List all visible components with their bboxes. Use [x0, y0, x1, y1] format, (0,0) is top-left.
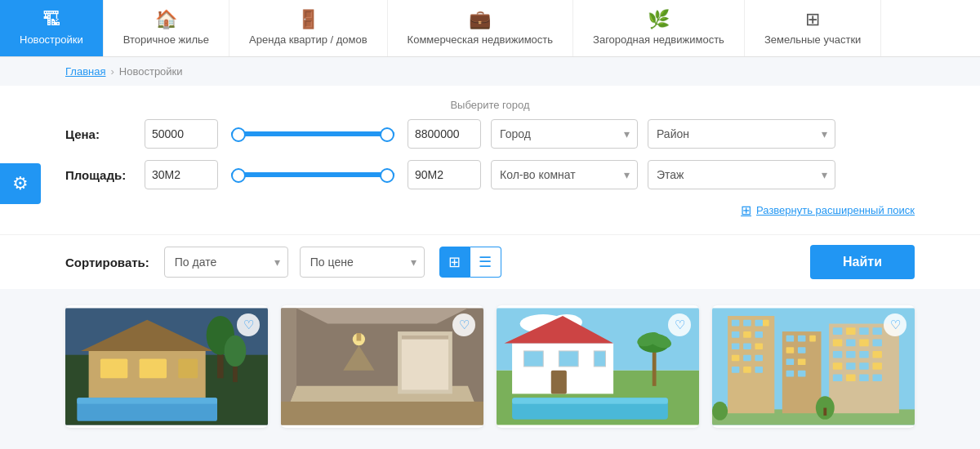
svg-rect-55	[755, 355, 763, 362]
list-icon: ☰	[479, 253, 492, 271]
svg-point-92	[712, 402, 728, 420]
sort-date-select[interactable]: По дате По дате (убыв.)	[164, 247, 288, 278]
area-max-input[interactable]	[408, 160, 481, 189]
area-range-slider[interactable]	[231, 172, 394, 177]
svg-rect-58	[755, 367, 763, 373]
floor-select[interactable]: Этаж 12345+	[648, 160, 835, 189]
city-select[interactable]: Город	[491, 119, 638, 149]
svg-rect-47	[732, 331, 740, 338]
svg-rect-52	[755, 343, 763, 349]
area-min-input[interactable]	[145, 160, 218, 189]
expand-label: Развернуть расширенный поиск	[756, 204, 915, 216]
grid-view-btn[interactable]: ⊞	[439, 247, 470, 278]
price-max-input[interactable]	[408, 119, 481, 149]
property-card-3[interactable]: ♡	[497, 305, 699, 428]
sort-label: Сортировать:	[65, 256, 149, 269]
rooms-select-wrapper: Кол-во комнат 1234+ ▾	[491, 160, 638, 189]
svg-rect-79	[846, 351, 855, 358]
filter-area: Выберите город Цена: Город ▾ Район ▾ Пло…	[0, 86, 980, 234]
svg-rect-84	[859, 362, 868, 370]
sort-price-select[interactable]: По цене По цене (убыв.)	[300, 247, 425, 278]
svg-rect-46	[763, 320, 769, 327]
nav-new-buildings[interactable]: 🏗 Новостройки	[0, 0, 104, 56]
sort-bar: Сортировать: По дате По дате (убыв.) ▾ П…	[0, 234, 980, 289]
nav-land-label: Земельные участки	[764, 33, 861, 46]
nav-commercial[interactable]: 💼 Коммерческая недвижимость	[388, 0, 573, 56]
svg-rect-23	[281, 402, 483, 425]
city-select-label: Выберите город	[65, 99, 915, 111]
breadcrumb-home[interactable]: Главная	[65, 65, 105, 78]
svg-rect-50	[732, 343, 740, 349]
svg-rect-86	[833, 375, 842, 382]
svg-rect-77	[872, 340, 881, 347]
svg-rect-76	[859, 340, 868, 347]
nav-country[interactable]: 🌿 Загородная недвижимость	[573, 0, 745, 56]
svg-rect-42	[728, 316, 774, 413]
svg-rect-85	[872, 362, 881, 370]
svg-rect-36	[653, 347, 657, 386]
svg-rect-44	[743, 320, 751, 327]
svg-rect-71	[846, 327, 855, 335]
city-select-wrapper: Город ▾	[491, 119, 638, 149]
price-min-input[interactable]	[145, 119, 218, 149]
svg-rect-88	[859, 375, 868, 382]
svg-rect-21	[357, 333, 362, 341]
favorite-btn-4[interactable]: ♡	[884, 313, 906, 336]
nav-new-buildings-label: Новостройки	[20, 33, 83, 46]
svg-rect-66	[798, 358, 806, 365]
properties-section: ♡	[0, 289, 980, 444]
svg-rect-67	[786, 371, 795, 377]
breadcrumb-sep: ›	[110, 65, 114, 78]
list-view-btn[interactable]: ☰	[470, 247, 501, 278]
property-card-1[interactable]: ♡	[65, 305, 268, 428]
nav-secondary[interactable]: 🏠 Вторичное жилье	[104, 0, 229, 56]
svg-rect-82	[833, 362, 842, 370]
svg-rect-68	[798, 371, 806, 377]
grid-icon: ⊞	[448, 253, 461, 271]
breadcrumb: Главная › Новостройки	[0, 57, 980, 86]
price-range-slider[interactable]	[231, 131, 394, 136]
svg-rect-31	[559, 351, 578, 367]
district-select[interactable]: Район	[648, 119, 835, 149]
main-nav: 🏗 Новостройки 🏠 Вторичное жилье 🚪 Аренда…	[0, 0, 980, 57]
nav-rental-label: Аренда квартир / домов	[249, 33, 368, 46]
nav-country-label: Загородная недвижимость	[593, 33, 724, 46]
svg-rect-19	[402, 336, 448, 340]
settings-sidebar-btn[interactable]: ⚙	[0, 163, 41, 204]
expand-search-link[interactable]: ⊞ Развернуть расширенный поиск	[65, 201, 915, 226]
sort-price-wrapper: По цене По цене (убыв.) ▾	[300, 247, 425, 278]
svg-rect-83	[846, 362, 855, 370]
nav-secondary-label: Вторичное жилье	[123, 33, 209, 46]
svg-rect-87	[846, 375, 855, 382]
secondary-icon: 🏠	[155, 11, 177, 29]
property-card-4[interactable]: ♡	[712, 305, 915, 428]
svg-rect-61	[798, 336, 806, 342]
sort-date-wrapper: По дате По дате (убыв.) ▾	[164, 247, 288, 278]
district-select-wrapper: Район ▾	[648, 119, 835, 149]
nav-rental[interactable]: 🚪 Аренда квартир / домов	[229, 0, 388, 56]
svg-rect-54	[743, 355, 751, 362]
nav-commercial-label: Коммерческая недвижимость	[408, 33, 553, 46]
svg-rect-78	[833, 351, 842, 358]
nav-land[interactable]: ⊞ Земельные участки	[745, 0, 881, 56]
floor-select-wrapper: Этаж 12345+ ▾	[648, 160, 835, 189]
svg-rect-64	[798, 347, 806, 353]
rooms-select[interactable]: Кол-во комнат 1234+	[491, 160, 638, 189]
svg-rect-35	[512, 398, 668, 404]
svg-rect-89	[872, 375, 881, 382]
svg-rect-4	[140, 358, 167, 378]
favorite-btn-3[interactable]: ♡	[668, 313, 691, 336]
property-card-2[interactable]: ♡	[281, 305, 483, 428]
svg-rect-91	[823, 408, 826, 416]
svg-rect-45	[755, 320, 763, 327]
search-button[interactable]: Найти	[810, 245, 915, 279]
svg-rect-56	[732, 367, 740, 373]
svg-rect-5	[178, 358, 198, 378]
svg-rect-70	[833, 327, 842, 335]
favorite-btn-1[interactable]: ♡	[237, 313, 260, 336]
svg-point-12	[225, 336, 247, 367]
favorite-btn-2[interactable]: ♡	[452, 313, 475, 336]
commercial-icon: 💼	[469, 11, 491, 29]
svg-rect-81	[872, 351, 881, 358]
svg-rect-18	[402, 336, 448, 390]
